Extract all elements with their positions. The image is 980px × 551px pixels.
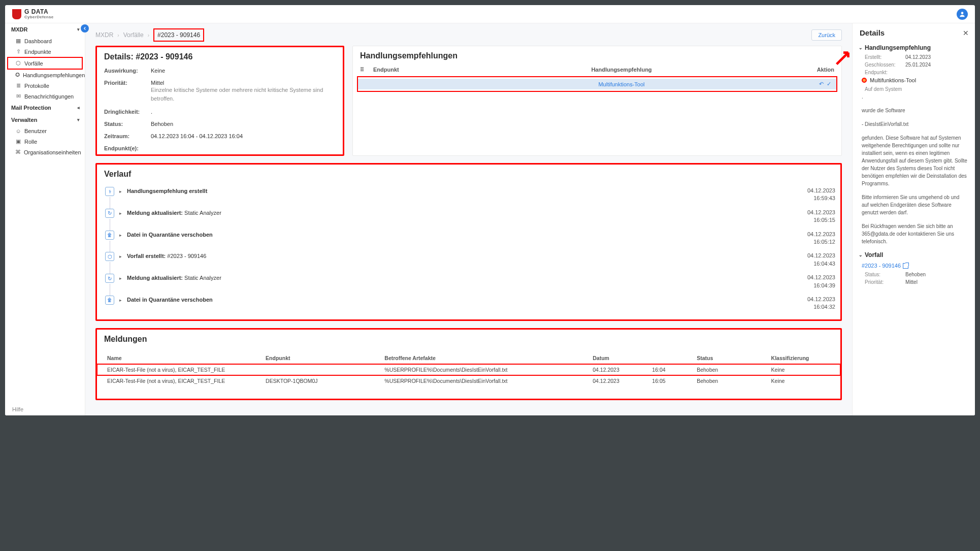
table-row[interactable]: EICAR-Test-File (not a virus), EICAR_TES… [97,375,840,386]
badge-icon: ✪ [15,72,20,78]
rec-col-rec: Handlungsempfehlung [439,67,804,73]
endpoints-icon: ⇪ [15,48,21,55]
user-avatar[interactable] [957,9,968,20]
mail-icon: ✉ [15,93,21,100]
nav-group-verwalten[interactable]: Verwalten ▾ [5,114,85,126]
help-link[interactable]: Hilfe [12,406,23,412]
sidebar-item-vorfaelle[interactable]: ⬡Vorfälle [7,57,83,70]
external-link-icon [903,263,908,269]
incident-link[interactable]: #2023 - 909146 [853,261,975,271]
chevron-right-icon: ▸ [119,211,122,216]
breadcrumb: MXDR › Vorfälle › #2023 - 909146 Zurück [87,23,850,46]
timeline-icon: ⚕ [105,187,114,196]
timeline-item[interactable]: ⬡ ▸ Vorfall erstellt: #2023 - 909146 04.… [104,249,835,271]
dashboard-icon: ▦ [15,38,21,44]
table-row[interactable]: EICAR-Test-File (not a virus), EICAR_TES… [97,364,840,375]
breadcrumb-current: #2023 - 909146 [153,28,204,42]
chevron-right-icon: › [148,33,149,38]
nav-group-mail[interactable]: Mail Protection ◂ [5,102,85,114]
chevron-down-icon: ⌄ [859,252,863,257]
verlauf-title: Verlauf [97,165,840,182]
drag-handle-icon: ⠿ [360,67,373,73]
timeline-icon: ⬡ [105,252,114,261]
list-icon: ≣ [15,82,21,89]
timeline-item[interactable]: 🗑 ▸ Datei in Quarantäne verschoben 04.12… [104,293,835,314]
timeline-icon: 🗑 [105,296,114,305]
sidebar: MXDR ▾ ▦Dashboard ⇪Endpunkte ⬡Vorfälle ✪… [5,23,85,415]
org-icon: ⌘ [15,149,21,155]
rec-row[interactable]: Multifunktions-Tool ↶ ✓ [358,79,836,89]
details-panel: Details ✕ ⌄ Handlungsempfehlung Erstellt… [852,23,975,415]
chevron-right-icon: ▸ [119,233,122,238]
meldungen-card: Meldungen Name Endpunkt Betroffene Artef… [95,328,842,400]
breadcrumb-mxdr[interactable]: MXDR [95,31,113,39]
panel-sec-handlungsempfehlung[interactable]: ⌄ Handlungsempfehlung [853,41,975,53]
user-icon: ☺ [15,128,21,134]
chevron-down-icon: ▾ [77,27,80,32]
back-button[interactable]: Zurück [811,29,842,41]
nav-group-mxdr[interactable]: MXDR ▾ [5,23,85,36]
recommendations-card: Handlungsempfehlungen ⠿ Endpunkt Handlun… [352,46,842,156]
verlauf-card: Verlauf ⚕ ▸ Handlungsempfehlung erstellt… [95,163,842,321]
top-bar: G DATA CyberDefense [5,5,975,23]
sidebar-item-handlungsempfehlungen[interactable]: ✪Handlungsempfehlungen [5,70,85,80]
check-icon[interactable]: ✓ [827,81,831,87]
chevron-down-icon: ⌄ [859,45,863,50]
timeline-item[interactable]: 🗑 ▸ Datei in Quarantäne verschoben 04.12… [104,228,835,249]
chevron-left-icon [82,26,87,31]
timeline-item[interactable]: ↻ ▸ Meldung aktualisiert: Static Analyze… [104,206,835,228]
timeline-icon: 🗑 [105,231,114,240]
timeline-icon: ↻ [105,274,114,283]
chevron-down-icon: ▾ [77,117,80,122]
rec-chip[interactable]: Multifunktions-Tool [862,77,968,83]
shield-outline-icon: ⬡ [15,60,21,67]
chevron-right-icon: › [117,33,119,38]
details-card: Details: #2023 - 909146 Auswirkung:Keine… [95,46,344,156]
sidebar-item-benutzer[interactable]: ☺Benutzer [5,126,85,136]
main-content: MXDR › Vorfälle › #2023 - 909146 Zurück … [85,23,852,415]
user-icon [959,11,966,18]
details-title: Details: #2023 - 909146 [97,47,343,64]
panel-title: Details [860,28,885,37]
chevron-left-icon: ◂ [77,105,80,110]
logo: G DATA CyberDefense [12,9,53,19]
undo-icon[interactable]: ↶ [819,81,824,87]
timeline-icon: ↻ [105,209,114,218]
chevron-right-icon: ▸ [119,189,122,194]
close-icon[interactable]: ✕ [963,29,969,37]
role-icon: ▣ [15,138,21,145]
meld-title: Meldungen [97,330,840,347]
annotation-arrow-icon [834,49,853,68]
rec-col-action: Aktion [804,67,834,73]
sidebar-item-protokolle[interactable]: ≣Protokolle [5,80,85,91]
sidebar-item-dashboard[interactable]: ▦Dashboard [5,36,85,46]
breadcrumb-vorfaelle[interactable]: Vorfälle [123,31,144,39]
timeline-item[interactable]: ⚕ ▸ Handlungsempfehlung erstellt 04.12.2… [104,184,835,206]
logo-shield-icon [12,9,21,19]
chevron-right-icon: ▸ [119,254,122,259]
rec-row-highlight: Multifunktions-Tool ↶ ✓ [357,76,837,92]
brand-sub: CyberDefense [24,15,53,19]
sidebar-item-endpunkte[interactable]: ⇪Endpunkte [5,46,85,57]
sidebar-item-rolle[interactable]: ▣Rolle [5,136,85,147]
table-head-row: Name Endpunkt Betroffene Artefakte Datum… [97,352,840,364]
sidebar-item-orgeinheiten[interactable]: ⌘Organisationseinheiten [5,147,85,157]
chevron-right-icon: ▸ [119,276,122,281]
timeline-item[interactable]: ↻ ▸ Meldung aktualisiert: Static Analyze… [104,271,835,293]
chevron-right-icon: ▸ [119,298,122,303]
panel-sec-vorfall[interactable]: ⌄ Vorfall [853,248,975,261]
status-dot-icon [862,78,867,83]
brand-name: G DATA [24,9,53,15]
rec-col-endpoint: Endpunkt [373,67,439,73]
rec-row-label: Multifunktions-Tool [442,81,801,87]
sidebar-collapse-button[interactable] [81,24,89,33]
sidebar-item-benachrichtigungen[interactable]: ✉Benachrichtigungen [5,91,85,102]
rec-title: Handlungsempfehlungen [353,46,841,63]
svg-point-0 [961,12,964,14]
